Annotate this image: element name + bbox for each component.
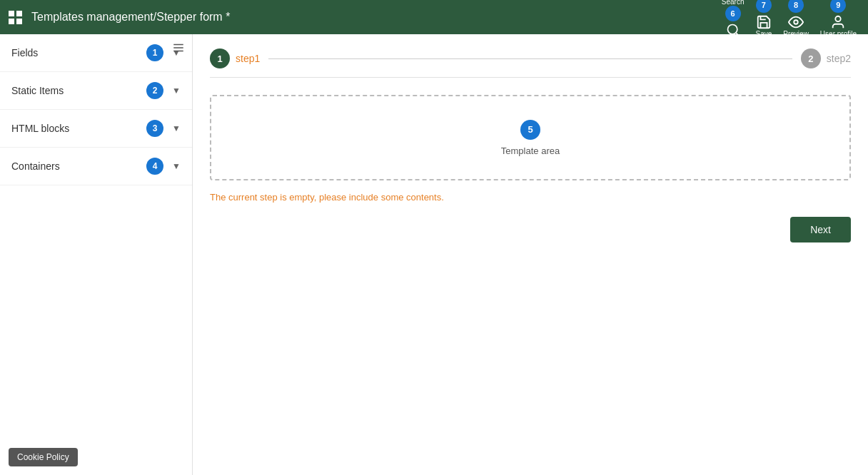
preview-icon[interactable] — [788, 14, 804, 30]
user-icon[interactable] — [830, 14, 846, 30]
svg-point-2 — [794, 20, 798, 24]
user-profile-group[interactable]: 9 User profile — [820, 0, 857, 38]
sidebar-collapse-btn[interactable] — [172, 41, 185, 57]
save-group[interactable]: 7 Save — [755, 0, 772, 38]
chevron-down-icon-3: ▼ — [172, 123, 181, 133]
step-1-label: step1 — [236, 53, 260, 64]
sidebar-item-containers-badge: 4 — [146, 158, 163, 175]
svg-line-1 — [736, 32, 739, 35]
chevron-down-icon-4: ▼ — [172, 161, 181, 171]
save-label: Save — [755, 30, 772, 38]
step-1-circle: 1 — [210, 48, 230, 68]
topbar-actions: Search 6 7 Save 8 Preview 9 — [719, 0, 859, 38]
sidebar: Fields 1 ▼ Static Items 2 ▼ HTML blocks … — [0, 34, 193, 475]
layout: Fields 1 ▼ Static Items 2 ▼ HTML blocks … — [0, 34, 868, 475]
template-area-label: Template area — [501, 145, 560, 156]
save-icon[interactable] — [756, 14, 772, 30]
user-badge: 9 — [830, 0, 846, 13]
preview-group[interactable]: 8 Preview — [783, 0, 809, 38]
search-label: Search — [722, 0, 745, 6]
empty-step-warning: The current step is empty, please includ… — [210, 192, 851, 203]
step-divider — [268, 58, 792, 59]
sidebar-item-html-blocks[interactable]: HTML blocks 3 ▼ — [0, 110, 192, 148]
template-area[interactable]: 5 Template area — [210, 95, 851, 180]
next-button[interactable]: Next — [790, 217, 851, 242]
sidebar-item-fields-badge: 1 — [146, 44, 163, 61]
step-1[interactable]: 1 step1 — [210, 48, 260, 68]
page-title: Templates management/Stepper form * — [31, 11, 719, 24]
sidebar-footer: Cookie Policy — [9, 448, 78, 466]
preview-label: Preview — [783, 30, 809, 38]
sidebar-item-fields-label: Fields — [11, 47, 146, 58]
template-area-badge: 5 — [520, 120, 540, 140]
sidebar-item-html-label: HTML blocks — [11, 123, 146, 134]
search-group[interactable]: Search 6 — [722, 0, 745, 37]
save-badge: 7 — [756, 0, 772, 13]
sidebar-item-static-label: Static Items — [11, 85, 146, 96]
main-content: 1 step1 2 step2 5 Template area The curr… — [193, 34, 868, 475]
search-icon[interactable] — [726, 23, 740, 37]
sidebar-item-static-items[interactable]: Static Items 2 ▼ — [0, 72, 192, 110]
sidebar-item-containers-label: Containers — [11, 160, 146, 172]
step-2-circle: 2 — [801, 48, 821, 68]
sidebar-item-static-badge: 2 — [146, 82, 163, 99]
svg-point-3 — [836, 16, 841, 21]
preview-badge: 8 — [788, 0, 804, 13]
sidebar-item-fields[interactable]: Fields 1 ▼ — [0, 34, 192, 72]
sidebar-item-containers[interactable]: Containers 4 ▼ — [0, 148, 192, 185]
user-label: User profile — [820, 30, 857, 38]
sidebar-item-html-badge: 3 — [146, 120, 163, 137]
cookie-policy-button[interactable]: Cookie Policy — [9, 448, 78, 466]
stepper: 1 step1 2 step2 — [210, 48, 851, 78]
chevron-down-icon-2: ▼ — [172, 86, 181, 96]
topbar: Templates management/Stepper form * Sear… — [0, 0, 868, 34]
grid-icon[interactable] — [9, 11, 23, 24]
search-badge: 6 — [725, 6, 741, 21]
svg-point-0 — [727, 24, 737, 34]
step-2-label: step2 — [827, 53, 851, 64]
step-2[interactable]: 2 step2 — [801, 48, 851, 68]
